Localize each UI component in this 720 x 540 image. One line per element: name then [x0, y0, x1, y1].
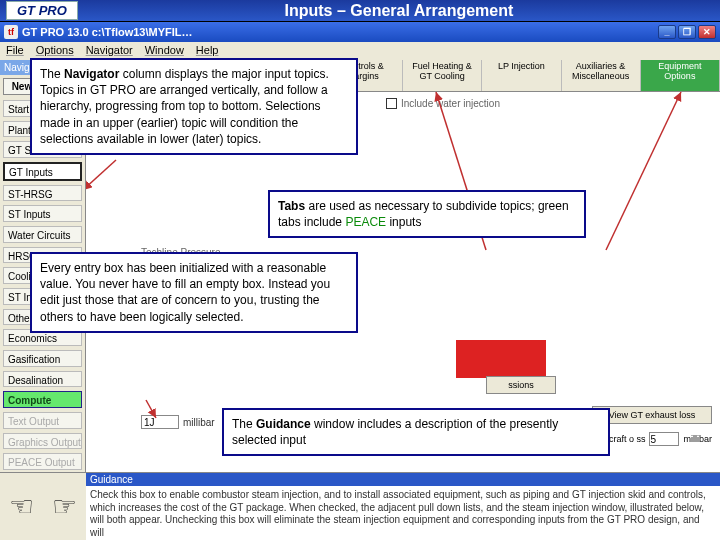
callout-tabs: Tabs Tabs are used as necessary to subdi… — [268, 190, 586, 238]
guidance-hands: ☜ ☞ — [0, 472, 86, 540]
diagram-block — [456, 340, 546, 378]
close-button[interactable]: ✕ — [698, 25, 716, 39]
nav-desalination[interactable]: Desalination — [3, 371, 82, 388]
slide-title: Inputs – General Arrangement — [78, 2, 720, 20]
slide-header: GT PRO Inputs – General Arrangement — [0, 0, 720, 22]
oneJ-row: millibar — [141, 415, 215, 429]
svg-line-3 — [606, 92, 681, 250]
app-icon: tf — [4, 25, 18, 39]
menu-window[interactable]: Window — [145, 44, 184, 58]
callout-navigator: The Navigator The Navigator column displ… — [30, 58, 358, 155]
guidance-header: Guidance — [86, 473, 720, 486]
hand-right-icon[interactable]: ☞ — [52, 490, 77, 523]
maximize-button[interactable]: ❐ — [678, 25, 696, 39]
minimize-button[interactable]: _ — [658, 25, 676, 39]
menu-options[interactable]: Options — [36, 44, 74, 58]
svg-line-0 — [86, 160, 116, 190]
nav-graphics-output: Graphics Output — [3, 433, 82, 450]
nav-st-inputs[interactable]: ST Inputs — [3, 205, 82, 222]
nav-text-output: Text Output — [3, 412, 82, 429]
app-title: GT PRO 13.0 c:\Tflow13\MYFIL… — [22, 26, 193, 38]
nav-gasification[interactable]: Gasification — [3, 350, 82, 367]
product-logo: GT PRO — [6, 1, 78, 20]
tab-fuel[interactable]: Fuel Heating & GT Cooling — [403, 60, 482, 91]
guidance-text: Check this box to enable combustor steam… — [86, 486, 720, 540]
nav-water-circuits[interactable]: Water Circuits — [3, 226, 82, 243]
water-injection-label: Include water injection — [401, 98, 500, 109]
menu-navigator[interactable]: Navigator — [86, 44, 133, 58]
view-exhaust-loss-button[interactable]: View GT exhaust loss — [592, 406, 712, 424]
nav-st-hrsg[interactable]: ST-HRSG — [3, 185, 82, 202]
emissions-button[interactable]: ssions — [486, 376, 556, 394]
guidance-panel: ☜ ☞ Guidance Check this box to enable co… — [0, 472, 720, 540]
tab-aux[interactable]: Auxiliaries & Miscellaneous — [562, 60, 641, 91]
oneJ-unit: millibar — [183, 417, 215, 428]
compute-button[interactable]: Compute — [3, 391, 82, 408]
nav-peace-output: PEACE Output — [3, 453, 82, 470]
tab-lp[interactable]: LP Injection — [482, 60, 561, 91]
nav-gt-inputs[interactable]: GT Inputs — [3, 162, 82, 181]
app-titlebar: tf GT PRO 13.0 c:\Tflow13\MYFIL… _ ❐ ✕ — [0, 22, 720, 42]
callout-entry: Every entry box has been initialized wit… — [30, 252, 358, 333]
menu-help[interactable]: Help — [196, 44, 219, 58]
duct-input[interactable] — [649, 432, 679, 446]
callout-guidance: The Guidance window includes a descripti… — [222, 408, 610, 456]
checkbox-icon[interactable] — [386, 98, 397, 109]
oneJ-input[interactable] — [141, 415, 179, 429]
tab-equipment[interactable]: Equipment Options — [641, 60, 720, 91]
hand-left-icon[interactable]: ☜ — [9, 490, 34, 523]
water-injection-checkbox[interactable]: Include water injection — [386, 98, 500, 109]
duct-unit: millibar — [683, 434, 712, 444]
menu-file[interactable]: File — [6, 44, 24, 58]
